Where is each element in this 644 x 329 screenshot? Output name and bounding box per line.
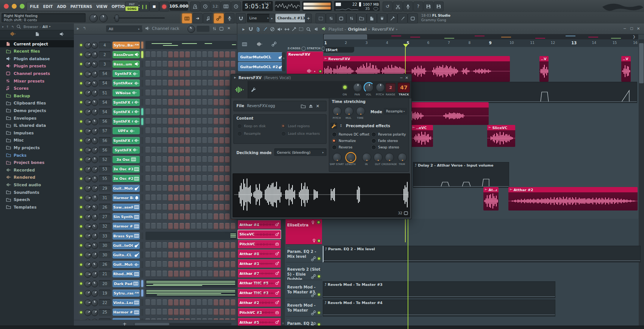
mixer-track-number[interactable]: 30: [99, 251, 111, 258]
mixer-track-number[interactable]: 52: [99, 156, 111, 163]
step-cell[interactable]: [174, 80, 178, 86]
step-cell[interactable]: [145, 309, 150, 315]
typing-keys-button[interactable]: [221, 2, 231, 11]
snap-magnet-button[interactable]: [236, 13, 246, 23]
channel-mute-strip[interactable]: [141, 290, 143, 296]
step-cell[interactable]: [151, 70, 156, 77]
step-cell[interactable]: [151, 185, 156, 192]
step-cell[interactable]: [168, 185, 173, 192]
timeline-bar-number[interactable]: 9: [489, 41, 492, 45]
step-cell[interactable]: [225, 166, 230, 172]
clip-list-item-pitchvc-3[interactable]: PitchVC #3: [238, 308, 281, 317]
track-header-reverb-mod-to-master[interactable]: ...Reverb Mod - To Master: [286, 299, 322, 317]
pl-vscroll-handle[interactable]: [639, 43, 644, 83]
step-cell[interactable]: [197, 261, 201, 268]
step-cell[interactable]: [157, 223, 161, 229]
channel-pan-knob[interactable]: [84, 128, 91, 135]
step-cell[interactable]: [214, 128, 218, 134]
step-cell[interactable]: [174, 118, 178, 125]
mode-dropdown[interactable]: Resample▸: [384, 108, 407, 115]
step-cell[interactable]: [163, 137, 167, 144]
step-cell[interactable]: [157, 175, 161, 182]
channel-mute-strip[interactable]: [141, 166, 143, 173]
plugin-on-led[interactable]: [342, 84, 348, 90]
step-cell[interactable]: [145, 99, 150, 106]
loop-record-button[interactable]: [231, 2, 241, 11]
playlist-crumb-arrangement[interactable]: Original: [348, 27, 367, 32]
step-cell[interactable]: [163, 80, 167, 86]
step-cell[interactable]: [151, 242, 156, 249]
channel-enable-led[interactable]: [79, 234, 83, 238]
channel-enable-led[interactable]: [79, 243, 83, 247]
channel-mute-strip[interactable]: [141, 194, 143, 201]
channel-pan-knob[interactable]: [84, 195, 91, 201]
channel-mute-strip[interactable]: [141, 61, 143, 67]
step-cell[interactable]: [174, 137, 178, 144]
step-cell[interactable]: [225, 128, 230, 134]
step-cell[interactable]: [168, 195, 173, 201]
piano-roll-preview[interactable]: [145, 41, 237, 49]
step-cell[interactable]: [191, 175, 195, 182]
channel-button[interactable]: Bass..um .2: [113, 61, 140, 68]
channel-enable-led[interactable]: [79, 177, 83, 181]
step-cell[interactable]: [219, 242, 224, 249]
step-cell[interactable]: [180, 271, 184, 277]
step-cell[interactable]: [191, 109, 195, 115]
step-cell[interactable]: [163, 51, 167, 58]
pl-channel-scrollbar[interactable]: ∧: [282, 52, 286, 71]
mixer-track-number[interactable]: 54: [99, 70, 111, 77]
clip-list-item-atthar-8[interactable]: Atthar #8♂: [238, 249, 281, 258]
channel-volume-knob[interactable]: [91, 51, 98, 58]
step-cell[interactable]: [180, 99, 184, 106]
step-cell[interactable]: [145, 299, 150, 306]
piano-roll-preview[interactable]: [145, 279, 237, 288]
stretch-toggle[interactable]: STRETCH: [307, 46, 325, 51]
channel-button[interactable]: Dark Pad: [113, 280, 140, 287]
help-button[interactable]: ?: [413, 2, 423, 11]
step-cell[interactable]: [202, 166, 207, 172]
step-cell[interactable]: [214, 156, 218, 163]
step-cell[interactable]: [225, 309, 230, 315]
step-cell[interactable]: [157, 90, 161, 96]
timeline-bar-number[interactable]: 11: [530, 41, 535, 45]
step-cell[interactable]: [157, 80, 161, 86]
step-cell[interactable]: [214, 118, 218, 125]
step-cell[interactable]: [219, 99, 224, 106]
step-cell[interactable]: [174, 109, 178, 115]
snap-selector[interactable]: Line▸: [247, 14, 271, 22]
channel-mute-strip[interactable]: [141, 261, 143, 268]
step-cell[interactable]: [208, 51, 213, 58]
step-cell[interactable]: [231, 223, 235, 229]
automation-clip[interactable]: ⤴ Delay 2 - Atthar Verse - Input volume: [413, 162, 509, 188]
pl-minimize-icon[interactable]: −: [623, 27, 626, 31]
menu-item-edit[interactable]: EDIT: [43, 5, 53, 9]
step-cell[interactable]: [197, 204, 201, 210]
mixer-track-number[interactable]: 54: [99, 108, 111, 115]
step-cell[interactable]: [145, 185, 150, 192]
channel-volume-knob[interactable]: [91, 214, 98, 221]
ts-knob-time[interactable]: [356, 107, 365, 116]
step-cell[interactable]: [231, 242, 235, 249]
pl-maximize-icon[interactable]: ▢: [630, 27, 633, 30]
multilink-button[interactable]: [203, 13, 213, 23]
step-cell[interactable]: [174, 51, 178, 58]
pl-channel-button[interactable]: GuitarMuteOCL: [238, 52, 286, 61]
step-cell[interactable]: [151, 128, 156, 134]
channel-enable-led[interactable]: [79, 157, 83, 161]
channel-pan-knob[interactable]: [84, 99, 91, 106]
step-cell[interactable]: [163, 223, 167, 229]
channel-button[interactable]: 3x Osc: [113, 156, 140, 163]
channel-button[interactable]: SynthFX #3: [113, 137, 140, 144]
step-cell[interactable]: [225, 109, 230, 115]
browser-item-sliced-audio[interactable]: Sliced audio: [0, 181, 74, 188]
step-cell[interactable]: [202, 118, 207, 125]
step-cell[interactable]: [151, 214, 156, 220]
step-cell[interactable]: [174, 252, 178, 258]
timeline-bar-number[interactable]: 7: [448, 41, 450, 45]
step-cell[interactable]: [157, 51, 161, 58]
step-cell[interactable]: [168, 128, 173, 134]
step-cell[interactable]: [225, 299, 230, 306]
step-cell[interactable]: [174, 70, 178, 77]
channel-volume-knob[interactable]: [91, 166, 98, 173]
step-cell[interactable]: [151, 299, 156, 306]
